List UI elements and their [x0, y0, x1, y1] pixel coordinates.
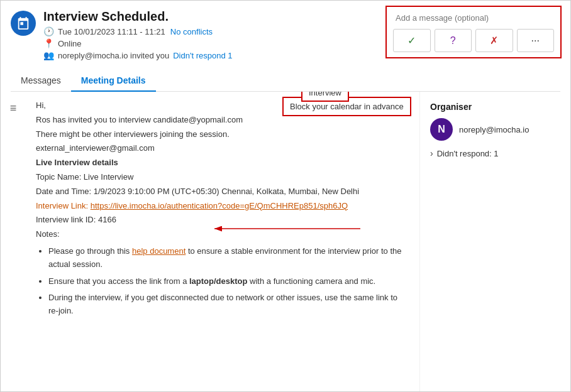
didnt-respond-label: Didn't respond: 1: [437, 149, 499, 158]
msg-bullet1: Please go through this help document to …: [48, 245, 409, 271]
msg-notes-list: Please go through this help document to …: [48, 245, 409, 318]
tabs-bar: Messages Meeting Details: [11, 65, 560, 92]
join-annotation-text: Link to Join Interview: [309, 92, 341, 97]
msg-bullet3: During the interview, if you get disconn…: [48, 291, 409, 318]
header: Interview Scheduled. 🕐 Tue 10/01/2023 11…: [1, 1, 570, 60]
tab-messages[interactable]: Messages: [11, 70, 71, 92]
maybe-button[interactable]: ?: [435, 29, 472, 52]
content-wrapper: Block your calendar in advance Link to J…: [1, 92, 570, 391]
tab-meeting-details[interactable]: Meeting Details: [71, 70, 156, 92]
interview-link-url[interactable]: https://live.imocha.io/authentication?co…: [91, 201, 348, 210]
avatar: N: [430, 118, 453, 141]
no-conflicts-badge: No conflicts: [170, 27, 213, 36]
clock-icon: 🕐: [43, 26, 54, 36]
menu-icon[interactable]: ≡: [10, 102, 17, 115]
msg-line5: Live Interview details: [36, 156, 409, 170]
left-sidebar: ≡: [1, 92, 26, 391]
calendar-icon: [11, 11, 36, 36]
msg-line3: There might be other interviewers joinin…: [36, 128, 409, 141]
message-body: Hi, Ros has invited you to interview can…: [26, 92, 419, 391]
decline-button[interactable]: ✗: [475, 29, 513, 52]
interview-link-label: Interview Link:: [36, 201, 91, 210]
msg-datetime: Date and Time: 1/9/2023 9:10:00 PM (UTC+…: [36, 185, 409, 199]
didnt-respond-row[interactable]: › Didn't respond: 1: [430, 148, 560, 158]
join-annotation-box: Link to Join Interview: [301, 92, 349, 102]
organiser-row: N noreply@imocha.io: [430, 118, 560, 141]
chevron-right-icon: ›: [430, 148, 433, 158]
organiser-email: noreply@imocha.io: [459, 125, 529, 134]
live-interview-details-heading: Live Interview details: [36, 158, 118, 167]
msg-topic: Topic Name: Live Interview: [36, 171, 409, 184]
datetime-text: Tue 10/01/2023 11:11 - 11:21: [58, 27, 165, 36]
msg-bullet2: Ensure that you access the link from a l…: [48, 275, 409, 288]
app-container: Interview Scheduled. 🕐 Tue 10/01/2023 11…: [1, 1, 570, 391]
help-document-link[interactable]: help document: [132, 246, 186, 256]
more-button[interactable]: ···: [517, 29, 555, 52]
msg-interview-link: Interview Link: https://live.imocha.io/a…: [36, 200, 409, 213]
people-icon: 👥: [43, 50, 54, 60]
laptop-desktop-bold: laptop/desktop: [189, 276, 247, 286]
msg-line4: external_interviewer@gmail.com: [36, 142, 409, 155]
right-panel: Organiser N noreply@imocha.io › Didn't r…: [419, 92, 570, 391]
msg-notes: Notes:: [36, 228, 409, 241]
invitee-text: noreply@imocha.io invited you: [58, 51, 169, 60]
action-buttons: ✓ ? ✗ ···: [393, 29, 554, 52]
didnt-respond-header[interactable]: Didn't respond 1: [173, 51, 232, 60]
organiser-label: Organiser: [430, 102, 560, 112]
location-text: Online: [58, 39, 82, 48]
calendar-annotation-text: Block your calendar in advance: [290, 102, 404, 111]
response-panel: ✓ ? ✗ ···: [385, 6, 562, 58]
accept-button[interactable]: ✓: [393, 29, 431, 52]
pin-icon: 📍: [43, 38, 54, 48]
message-input[interactable]: [393, 12, 554, 24]
msg-link-id: Interview link ID: 4166: [36, 214, 409, 227]
